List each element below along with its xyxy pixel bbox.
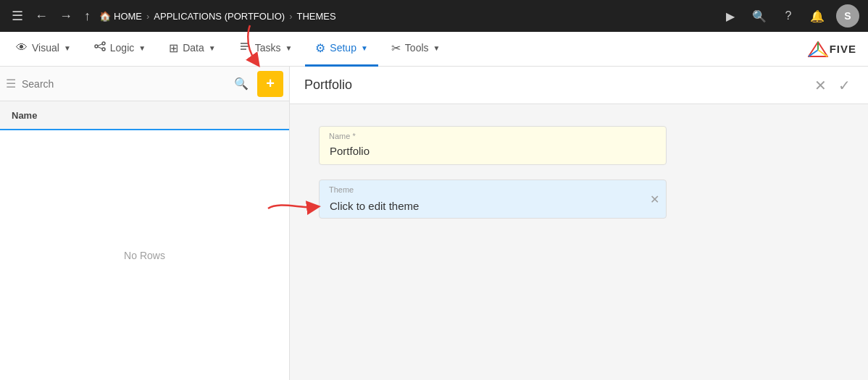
menu-icon[interactable]: ☰ — [9, 5, 26, 27]
data-dropdown-icon: ▼ — [209, 44, 216, 52]
logic-dropdown-icon: ▼ — [138, 44, 146, 52]
breadcrumb: 🏠 HOME › APPLICATIONS (PORTFOLIO) › THEM… — [99, 11, 336, 22]
confirm-button[interactable]: ✓ — [835, 74, 854, 97]
svg-point-2 — [102, 48, 105, 51]
search-button[interactable]: 🔍 — [749, 6, 769, 26]
tab-tasks-label: Tasks — [255, 42, 281, 54]
tab-data-label: Data — [183, 42, 204, 54]
back-icon[interactable]: ← — [32, 6, 51, 27]
five-logo-text: FIVE — [830, 43, 856, 55]
tab-setup[interactable]: ⚙ Setup ▼ — [305, 32, 378, 67]
top-bar-left: ☰ ← → ↑ 🏠 HOME › APPLICATIONS (PORTFOLIO… — [9, 5, 714, 27]
home-label[interactable]: HOME — [114, 11, 142, 22]
main-content: ☰ 🔍 + Name No Rows — [0, 67, 868, 380]
tab-bar: 👁 Visual ▼ Logic ▼ ⊞ Data ▼ Tasks ▼ ⚙ Se… — [0, 32, 868, 67]
help-button[interactable]: ? — [778, 6, 798, 26]
theme-clear-icon[interactable]: ✕ — [650, 193, 659, 206]
no-rows-text: No Rows — [124, 250, 165, 261]
setup-dropdown-icon: ▼ — [361, 44, 368, 52]
search-input[interactable] — [22, 78, 228, 90]
home-link[interactable]: 🏠 HOME — [99, 11, 142, 22]
tab-visual-label: Visual — [32, 42, 59, 54]
right-panel: Portfolio ✕ ✓ Name * Theme Click to edit… — [290, 67, 868, 380]
name-column-header: Name — [12, 110, 37, 121]
forward-icon[interactable]: → — [57, 6, 75, 27]
tab-setup-label: Setup — [330, 42, 356, 54]
table-body: No Rows — [0, 130, 289, 380]
visual-icon: 👁 — [16, 41, 28, 54]
tab-logic[interactable]: Logic ▼ — [84, 32, 156, 67]
right-panel-title: Portfolio — [304, 77, 811, 93]
table-header: Name — [0, 101, 289, 130]
right-panel-header: Portfolio ✕ ✓ — [290, 67, 868, 104]
svg-line-3 — [98, 44, 102, 46]
tab-tools[interactable]: ✂ Tools ▼ — [381, 32, 451, 67]
play-button[interactable]: ▶ — [720, 6, 740, 26]
svg-point-0 — [95, 45, 98, 48]
search-magnifier-icon[interactable]: 🔍 — [234, 77, 249, 90]
logic-icon — [94, 41, 106, 55]
five-logo: FIVE — [808, 41, 856, 57]
name-field: Name * — [319, 126, 839, 165]
apps-label[interactable]: APPLICATIONS (PORTFOLIO) — [154, 11, 285, 22]
avatar[interactable]: S — [836, 4, 859, 28]
notifications-button[interactable]: 🔔 — [807, 6, 827, 26]
visual-dropdown-icon: ▼ — [64, 44, 71, 52]
right-panel-body: Name * Theme Click to edit theme ✕ — [290, 104, 868, 380]
top-bar-right: ▶ 🔍 ? 🔔 S — [720, 4, 859, 28]
name-input[interactable] — [319, 126, 667, 165]
tab-tools-label: Tools — [405, 42, 429, 54]
themes-label[interactable]: THEMES — [297, 11, 336, 22]
breadcrumb-sep-2: › — [289, 11, 292, 22]
tab-tasks[interactable]: Tasks ▼ — [229, 32, 303, 67]
top-bar: ☰ ← → ↑ 🏠 HOME › APPLICATIONS (PORTFOLIO… — [0, 0, 868, 32]
svg-line-4 — [98, 47, 102, 48]
five-logo-icon — [808, 41, 828, 57]
filter-icon[interactable]: ☰ — [6, 77, 16, 90]
tools-icon: ✂ — [391, 41, 401, 55]
theme-field-value[interactable]: Click to edit theme — [319, 180, 667, 219]
tab-bar-logo: FIVE — [808, 41, 862, 57]
tab-visual[interactable]: 👁 Visual ▼ — [6, 32, 81, 67]
data-icon: ⊞ — [169, 41, 178, 55]
search-bar: ☰ 🔍 + — [0, 67, 289, 101]
theme-field-container: Theme Click to edit theme ✕ — [319, 180, 839, 219]
svg-point-1 — [102, 42, 105, 45]
breadcrumb-sep-1: › — [146, 11, 149, 22]
tasks-dropdown-icon: ▼ — [285, 44, 292, 52]
tab-data[interactable]: ⊞ Data ▼ — [159, 32, 225, 67]
left-panel: ☰ 🔍 + Name No Rows — [0, 67, 290, 380]
theme-field[interactable]: Theme Click to edit theme ✕ — [319, 180, 667, 219]
home-icon: 🏠 — [99, 11, 111, 22]
tools-dropdown-icon: ▼ — [433, 44, 441, 52]
up-icon[interactable]: ↑ — [81, 6, 93, 27]
add-button[interactable]: + — [257, 71, 283, 97]
tasks-icon — [239, 41, 251, 55]
add-icon: + — [266, 75, 275, 92]
right-panel-actions: ✕ ✓ — [811, 74, 854, 97]
close-button[interactable]: ✕ — [811, 74, 830, 97]
tab-logic-label: Logic — [110, 42, 134, 54]
setup-icon: ⚙ — [315, 41, 325, 55]
